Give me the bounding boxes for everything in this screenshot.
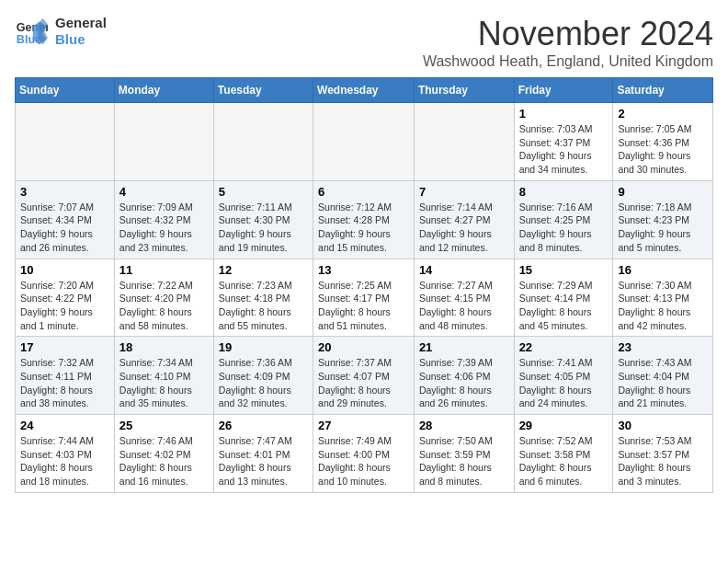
day-number: 22 (519, 340, 609, 354)
day-number: 28 (419, 419, 509, 432)
day-number: 16 (618, 263, 708, 277)
calendar-cell: 13Sunrise: 7:25 AMSunset: 4:17 PMDayligh… (313, 259, 415, 337)
day-info: Sunrise: 7:09 AMSunset: 4:32 PMDaylight:… (119, 201, 209, 255)
calendar-week-row: 17Sunrise: 7:32 AMSunset: 4:11 PMDayligh… (16, 337, 713, 415)
day-info: Sunrise: 7:11 AMSunset: 4:30 PMDaylight:… (219, 201, 308, 255)
calendar-cell: 6Sunrise: 7:12 AMSunset: 4:28 PMDaylight… (313, 180, 415, 259)
day-info: Sunrise: 7:30 AMSunset: 4:13 PMDaylight:… (618, 279, 708, 333)
header-saturday: Saturday (613, 78, 713, 103)
day-info: Sunrise: 7:23 AMSunset: 4:18 PMDaylight:… (219, 279, 308, 333)
header-thursday: Thursday (414, 78, 514, 103)
day-info: Sunrise: 7:36 AMSunset: 4:09 PMDaylight:… (219, 356, 308, 410)
day-number: 8 (519, 185, 609, 199)
day-number: 4 (119, 185, 209, 199)
calendar-cell: 12Sunrise: 7:23 AMSunset: 4:18 PMDayligh… (213, 259, 313, 337)
day-number: 2 (618, 107, 708, 121)
day-number: 6 (318, 185, 409, 199)
day-number: 3 (20, 185, 109, 199)
day-info: Sunrise: 7:03 AMSunset: 4:37 PMDaylight:… (519, 122, 609, 177)
calendar-cell: 26Sunrise: 7:47 AMSunset: 4:01 PMDayligh… (213, 415, 313, 493)
day-info: Sunrise: 7:39 AMSunset: 4:06 PMDaylight:… (419, 356, 509, 410)
calendar-cell: 19Sunrise: 7:36 AMSunset: 4:09 PMDayligh… (213, 337, 313, 415)
day-info: Sunrise: 7:25 AMSunset: 4:17 PMDaylight:… (318, 279, 409, 333)
day-number: 19 (219, 340, 308, 354)
calendar-table: SundayMondayTuesdayWednesdayThursdayFrid… (15, 77, 713, 493)
calendar-cell: 17Sunrise: 7:32 AMSunset: 4:11 PMDayligh… (16, 337, 115, 415)
calendar-cell: 5Sunrise: 7:11 AMSunset: 4:30 PMDaylight… (213, 180, 313, 259)
day-number: 30 (618, 419, 708, 432)
calendar-week-row: 24Sunrise: 7:44 AMSunset: 4:03 PMDayligh… (16, 415, 713, 493)
day-info: Sunrise: 7:46 AMSunset: 4:02 PMDaylight:… (119, 434, 209, 488)
month-title: November 2024 (423, 15, 713, 53)
calendar-cell: 29Sunrise: 7:52 AMSunset: 3:58 PMDayligh… (514, 415, 613, 493)
calendar-cell: 1Sunrise: 7:03 AMSunset: 4:37 PMDaylight… (514, 103, 613, 181)
header-tuesday: Tuesday (213, 78, 313, 103)
day-number: 10 (20, 263, 109, 277)
calendar-cell: 25Sunrise: 7:46 AMSunset: 4:02 PMDayligh… (114, 415, 213, 493)
calendar-cell: 14Sunrise: 7:27 AMSunset: 4:15 PMDayligh… (414, 259, 514, 337)
calendar-cell: 22Sunrise: 7:41 AMSunset: 4:05 PMDayligh… (514, 337, 613, 415)
calendar-week-row: 3Sunrise: 7:07 AMSunset: 4:34 PMDaylight… (16, 180, 713, 259)
calendar-cell: 27Sunrise: 7:49 AMSunset: 4:00 PMDayligh… (313, 415, 415, 493)
calendar-cell (114, 103, 213, 181)
page-header: General Blue General Blue November 2024 … (15, 15, 713, 70)
day-info: Sunrise: 7:32 AMSunset: 4:11 PMDaylight:… (20, 356, 109, 410)
day-info: Sunrise: 7:07 AMSunset: 4:34 PMDaylight:… (20, 201, 109, 255)
logo: General Blue General Blue (15, 15, 107, 48)
day-info: Sunrise: 7:34 AMSunset: 4:10 PMDaylight:… (119, 356, 209, 410)
calendar-cell: 11Sunrise: 7:22 AMSunset: 4:20 PMDayligh… (114, 259, 213, 337)
day-number: 25 (119, 419, 209, 432)
day-number: 24 (20, 419, 109, 432)
calendar-header-row: SundayMondayTuesdayWednesdayThursdayFrid… (16, 78, 713, 103)
header-sunday: Sunday (16, 78, 115, 103)
calendar-week-row: 10Sunrise: 7:20 AMSunset: 4:22 PMDayligh… (16, 259, 713, 337)
day-number: 7 (419, 185, 509, 199)
day-number: 20 (318, 340, 409, 354)
calendar-cell: 24Sunrise: 7:44 AMSunset: 4:03 PMDayligh… (16, 415, 115, 493)
day-info: Sunrise: 7:52 AMSunset: 3:58 PMDaylight:… (519, 434, 609, 488)
calendar-cell: 18Sunrise: 7:34 AMSunset: 4:10 PMDayligh… (114, 337, 213, 415)
day-info: Sunrise: 7:27 AMSunset: 4:15 PMDaylight:… (419, 279, 509, 333)
day-number: 12 (219, 263, 308, 277)
day-info: Sunrise: 7:41 AMSunset: 4:05 PMDaylight:… (519, 356, 609, 410)
day-info: Sunrise: 7:14 AMSunset: 4:27 PMDaylight:… (419, 201, 509, 255)
day-number: 9 (618, 185, 708, 199)
calendar-cell: 16Sunrise: 7:30 AMSunset: 4:13 PMDayligh… (613, 259, 713, 337)
day-info: Sunrise: 7:22 AMSunset: 4:20 PMDaylight:… (119, 279, 209, 333)
day-info: Sunrise: 7:44 AMSunset: 4:03 PMDaylight:… (20, 434, 109, 488)
day-number: 11 (119, 263, 209, 277)
day-number: 5 (219, 185, 308, 199)
logo-line2: Blue (55, 31, 107, 48)
day-number: 13 (318, 263, 409, 277)
calendar-cell: 4Sunrise: 7:09 AMSunset: 4:32 PMDaylight… (114, 180, 213, 259)
logo-icon: General Blue (15, 15, 48, 48)
day-number: 18 (119, 340, 209, 354)
day-number: 1 (519, 107, 609, 121)
title-area: November 2024 Washwood Heath, England, U… (423, 15, 713, 70)
calendar-cell: 10Sunrise: 7:20 AMSunset: 4:22 PMDayligh… (16, 259, 115, 337)
header-monday: Monday (114, 78, 213, 103)
day-info: Sunrise: 7:29 AMSunset: 4:14 PMDaylight:… (519, 279, 609, 333)
day-number: 26 (219, 419, 308, 432)
day-info: Sunrise: 7:47 AMSunset: 4:01 PMDaylight:… (219, 434, 308, 488)
day-number: 14 (419, 263, 509, 277)
calendar-cell: 30Sunrise: 7:53 AMSunset: 3:57 PMDayligh… (613, 415, 713, 493)
day-info: Sunrise: 7:49 AMSunset: 4:00 PMDaylight:… (318, 434, 409, 488)
calendar-cell (313, 103, 415, 181)
header-friday: Friday (514, 78, 613, 103)
calendar-cell: 9Sunrise: 7:18 AMSunset: 4:23 PMDaylight… (613, 180, 713, 259)
day-number: 23 (618, 340, 708, 354)
calendar-week-row: 1Sunrise: 7:03 AMSunset: 4:37 PMDaylight… (16, 103, 713, 181)
header-wednesday: Wednesday (313, 78, 415, 103)
logo-line1: General (55, 15, 107, 31)
calendar-cell (414, 103, 514, 181)
day-info: Sunrise: 7:16 AMSunset: 4:25 PMDaylight:… (519, 201, 609, 255)
day-number: 17 (20, 340, 109, 354)
day-info: Sunrise: 7:50 AMSunset: 3:59 PMDaylight:… (419, 434, 509, 488)
day-info: Sunrise: 7:53 AMSunset: 3:57 PMDaylight:… (618, 434, 708, 488)
calendar-cell: 23Sunrise: 7:43 AMSunset: 4:04 PMDayligh… (613, 337, 713, 415)
day-number: 21 (419, 340, 509, 354)
day-number: 29 (519, 419, 609, 432)
calendar-cell (16, 103, 115, 181)
day-info: Sunrise: 7:18 AMSunset: 4:23 PMDaylight:… (618, 201, 708, 255)
